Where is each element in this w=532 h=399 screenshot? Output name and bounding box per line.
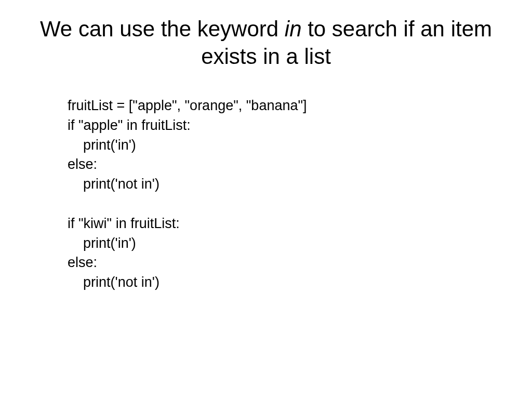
- title-part1: We can use the keyword: [40, 17, 285, 41]
- code-line: print('not in'): [68, 274, 159, 290]
- code-line: if "kiwi" in fruitList:: [68, 216, 180, 231]
- code-line: else:: [68, 156, 97, 172]
- code-line: fruitList = ["apple", "orange", "banana"…: [68, 98, 307, 113]
- code-line: print('in'): [68, 137, 136, 153]
- code-line: print('in'): [68, 235, 136, 251]
- title-keyword: in: [285, 17, 302, 41]
- slide-title: We can use the keyword in to search if a…: [36, 16, 496, 70]
- code-line: else:: [68, 255, 97, 270]
- code-line: print('not in'): [68, 176, 159, 192]
- code-example: fruitList = ["apple", "orange", "banana"…: [68, 96, 496, 292]
- code-line: if "apple" in fruitList:: [68, 117, 191, 133]
